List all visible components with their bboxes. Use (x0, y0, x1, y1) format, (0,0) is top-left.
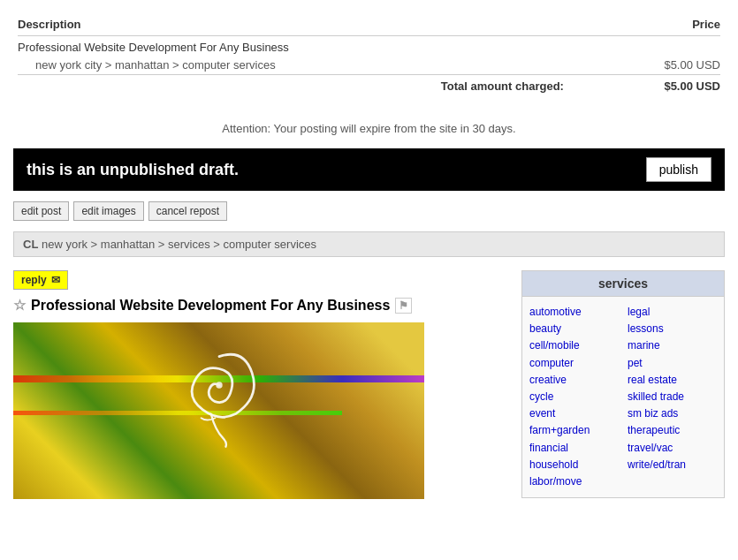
service-financial[interactable]: financial (529, 442, 568, 454)
service-household[interactable]: household (529, 458, 578, 471)
draft-label: this is an unpublished draft. (27, 161, 239, 179)
services-col1: automotive beauty cell/mobile computer c… (529, 304, 619, 490)
services-panel: services automotive beauty cell/mobile c… (521, 270, 725, 498)
service-cycle[interactable]: cycle (529, 390, 553, 403)
edit-images-button[interactable]: edit images (73, 201, 143, 221)
service-skilled-trade[interactable]: skilled trade (628, 390, 684, 403)
invoice-table: Description Price Professional Website D… (18, 18, 720, 95)
invoice-title: Professional Website Development For Any… (18, 36, 720, 57)
service-labor-move[interactable]: labor/move (529, 475, 582, 488)
service-lessons[interactable]: lessons (628, 322, 664, 335)
invoice-section: Description Price Professional Website D… (13, 9, 725, 104)
total-label: Total amount charged: (18, 75, 564, 96)
service-creative[interactable]: creative (529, 374, 567, 386)
service-computer[interactable]: computer (529, 357, 574, 369)
service-marine[interactable]: marine (628, 339, 660, 352)
price-header: Price (564, 18, 720, 36)
description-header: Description (18, 18, 564, 36)
service-event[interactable]: event (529, 407, 555, 420)
post-area: reply ✉ ☆ Professional Website Developme… (13, 270, 504, 499)
attention-notice: Attention: Your posting will expire from… (13, 122, 725, 135)
service-farm-garden[interactable]: farm+garden (529, 424, 590, 436)
breadcrumb-path: new york > manhattan > services > comput… (42, 238, 316, 251)
post-image: Professional Web Design Visualwebz.com (13, 322, 424, 499)
svg-point-0 (216, 382, 222, 388)
flag-icon[interactable]: ⚑ (395, 298, 412, 314)
email-icon: ✉ (51, 274, 60, 286)
reply-label: reply (21, 274, 47, 286)
service-legal[interactable]: legal (628, 306, 650, 318)
post-title: ☆ Professional Website Development For A… (13, 297, 504, 314)
action-buttons: edit post edit images cancel repost (13, 201, 725, 221)
reply-button[interactable]: reply ✉ (13, 270, 68, 290)
service-therapeutic[interactable]: therapeutic (628, 424, 680, 436)
swirl-decoration (166, 340, 272, 455)
edit-post-button[interactable]: edit post (13, 201, 69, 221)
cancel-repost-button[interactable]: cancel repost (148, 201, 227, 221)
invoice-price: $5.00 USD (564, 56, 720, 75)
service-beauty[interactable]: beauty (529, 322, 561, 335)
service-write-ed-tran[interactable]: write/ed/tran (628, 458, 686, 471)
cl-label: CL (23, 238, 38, 251)
services-header: services (522, 271, 724, 297)
service-pet[interactable]: pet (628, 357, 643, 369)
service-sm-biz-ads[interactable]: sm biz ads (628, 407, 678, 420)
service-automotive[interactable]: automotive (529, 306, 582, 318)
post-title-text: Professional Website Development For Any… (31, 298, 390, 314)
services-grid: automotive beauty cell/mobile computer c… (522, 297, 724, 497)
draft-bar: this is an unpublished draft. publish (13, 148, 725, 191)
total-price: $5.00 USD (564, 75, 720, 96)
invoice-breadcrumb: new york city > manhattan > computer ser… (18, 56, 564, 75)
publish-button[interactable]: publish (646, 157, 711, 182)
breadcrumb-bar: CL new york > manhattan > services > com… (13, 231, 725, 257)
services-col2: legal lessons marine pet real estate ski… (628, 304, 717, 490)
service-cell-mobile[interactable]: cell/mobile (529, 339, 580, 352)
service-travel-vac[interactable]: travel/vac (628, 442, 673, 454)
service-real-estate[interactable]: real estate (628, 374, 677, 386)
main-content: reply ✉ ☆ Professional Website Developme… (13, 270, 725, 499)
star-icon[interactable]: ☆ (13, 297, 26, 314)
